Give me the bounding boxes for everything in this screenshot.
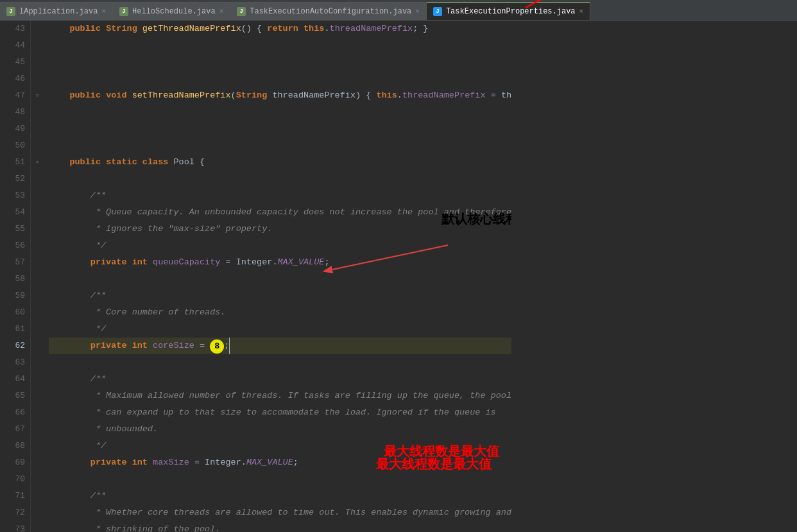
ln-48: 48 (5, 104, 25, 121)
ln-56: 56 (5, 237, 25, 254)
ln-57: 57 (5, 254, 25, 271)
ln-65: 65 (5, 388, 25, 404)
ln-52: 52 (5, 171, 25, 187)
code-line-49 (49, 121, 511, 137)
code-line-73: * shrinking of the pool. (49, 521, 511, 532)
fold-65 (31, 388, 44, 404)
code-line-43: public String getThreadNamePrefix() { re… (49, 21, 511, 37)
ln-69: 69 (5, 454, 25, 471)
close-icon-auto[interactable]: × (415, 8, 420, 15)
fold-47: ▿ (31, 87, 44, 104)
fold-73 (31, 521, 44, 532)
code-line-48 (49, 104, 511, 121)
fold-70 (31, 471, 44, 488)
code-line-58 (49, 271, 511, 287)
ln-68: 68 (5, 438, 25, 454)
code-line-61: */ (49, 321, 511, 338)
code-line-54: * Queue capacity. An unbounded capacity … (49, 204, 511, 221)
fold-48 (31, 104, 44, 121)
code-line-64: /** (49, 371, 511, 388)
ln-47: 47 (5, 87, 25, 104)
code-line-53: /** (49, 187, 511, 204)
ln-73: 73 (5, 521, 25, 532)
code-content[interactable]: public String getThreadNamePrefix() { re… (44, 21, 511, 532)
ln-53: 53 (5, 187, 25, 204)
ln-70: 70 (5, 471, 25, 488)
fold-col: ▿ ▿ (31, 21, 44, 532)
tab-icon-auto: J (237, 7, 246, 16)
tab-label-app: lApplication.java (19, 7, 98, 16)
fold-62 (31, 338, 44, 354)
ln-49: 49 (5, 121, 25, 137)
tab-label-props: TaskExecutionProperties.java (446, 7, 576, 16)
fold-55 (31, 221, 44, 237)
code-line-65: * Maximum allowed number of threads. If … (49, 388, 511, 404)
fold-59 (31, 287, 44, 304)
code-line-59: /** (49, 287, 511, 304)
code-line-47: public void setThreadNamePrefix(String t… (49, 87, 511, 104)
ln-67: 67 (5, 421, 25, 438)
fold-54 (31, 204, 44, 221)
tab-app[interactable]: J lApplication.java × (0, 2, 113, 20)
code-line-66: * can expand up to that size to accommod… (49, 404, 511, 421)
fold-71 (31, 488, 44, 504)
fold-43 (31, 21, 44, 37)
ln-45: 45 (5, 54, 25, 71)
code-line-71: /** (49, 488, 511, 504)
code-line-52 (49, 171, 511, 187)
code-line-44 (49, 37, 511, 54)
close-icon-hello[interactable]: × (219, 8, 224, 15)
fold-50 (31, 137, 44, 154)
fold-56 (31, 237, 44, 254)
fold-51[interactable]: ▿ (31, 154, 44, 171)
tab-icon-hello: J (119, 7, 128, 16)
ln-44: 44 (5, 37, 25, 54)
close-icon-app[interactable]: × (101, 8, 106, 15)
code-line-70 (49, 471, 511, 488)
ln-51: 51 (5, 154, 25, 171)
tab-props[interactable]: J TaskExecutionProperties.java × (427, 2, 590, 20)
code-line-63 (49, 354, 511, 371)
ln-72: 72 (5, 504, 25, 521)
tab-label-hello: HelloSchedule.java (132, 7, 216, 16)
code-line-56: */ (49, 237, 511, 254)
ln-43: 43 (5, 21, 25, 37)
fold-53 (31, 187, 44, 204)
code-line-68: */ (49, 438, 511, 454)
code-line-51: public static class Pool { (49, 154, 511, 171)
code-line-46 (49, 71, 511, 87)
ln-58: 58 (5, 271, 25, 287)
ln-46: 46 (5, 71, 25, 87)
code-line-50 (49, 137, 511, 154)
fold-67 (31, 421, 44, 438)
ln-60: 60 (5, 304, 25, 321)
code-line-45 (49, 54, 511, 71)
ln-50: 50 (5, 137, 25, 154)
fold-72 (31, 504, 44, 521)
fold-44 (31, 37, 44, 54)
fold-45 (31, 54, 44, 71)
cursor-8: 8 (210, 339, 224, 354)
ln-64: 64 (5, 371, 25, 388)
code-line-62: private int coreSize = 8;​ (49, 338, 511, 354)
annotation-maxsize: 最大线程数是最大值 (376, 456, 492, 472)
code-wrapper: 43 44 45 46 47 48 49 50 51 52 53 54 55 5… (0, 21, 511, 532)
ln-55: 55 (5, 221, 25, 237)
fold-57 (31, 254, 44, 271)
fold-60 (31, 304, 44, 321)
tab-auto[interactable]: J TaskExecutionAutoConfiguration.java × (230, 2, 427, 20)
fold-46 (31, 71, 44, 87)
tab-hello[interactable]: J HelloSchedule.java × (113, 2, 230, 20)
fold-64 (31, 371, 44, 388)
tab-icon-props: J (433, 7, 442, 16)
code-line-60: * Core number of threads. (49, 304, 511, 321)
ln-62: 62 (5, 338, 25, 354)
fold-63 (31, 354, 44, 371)
code-line-67: * unbounded. (49, 421, 511, 438)
code-line-72: * Whether core threads are allowed to ti… (49, 504, 511, 521)
close-icon-props[interactable]: × (579, 8, 584, 15)
ln-54: 54 (5, 204, 25, 221)
line-numbers: 43 44 45 46 47 48 49 50 51 52 53 54 55 5… (0, 21, 31, 532)
tab-bar: J lApplication.java × J HelloSchedule.ja… (0, 0, 797, 21)
fold-69 (31, 454, 44, 471)
